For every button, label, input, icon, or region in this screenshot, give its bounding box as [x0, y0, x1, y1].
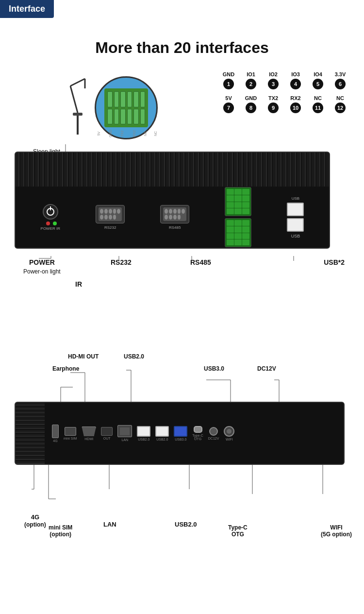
lan-inner — [120, 427, 130, 435]
device-front-2: 4G mini SIM HDMI OUT LAN — [45, 403, 344, 464]
lan-bottom-label: LAN — [103, 521, 116, 528]
db9-pin — [169, 209, 172, 214]
t-pin — [234, 195, 242, 201]
db9-pin — [182, 209, 185, 214]
power-port-label: POWER IR — [41, 226, 60, 231]
gpio-item-io1: IO1 2 — [242, 71, 260, 89]
db9-pin — [104, 209, 108, 214]
minisim-option-label: mini SIM(option) — [49, 524, 72, 538]
typec-bottom-label: Type-COTG — [228, 524, 248, 538]
gpio-label-io2: IO2 — [269, 71, 278, 77]
gpio-label-nc2: NC — [336, 95, 344, 101]
t-pin — [242, 208, 249, 214]
t-pin — [242, 239, 249, 245]
db9-pin — [104, 215, 108, 220]
gpio-num-9: 9 — [268, 102, 279, 113]
t-pin — [227, 233, 234, 239]
connector-lines-bottom-bottom — [15, 465, 354, 528]
t-pin — [227, 202, 234, 208]
power-icon — [47, 208, 54, 216]
wifi-bottom-label: WIFI(5G option) — [321, 524, 352, 538]
t-pin — [242, 233, 249, 239]
usb-top-label: USB — [292, 196, 299, 201]
gpio-num-1: 1 — [223, 79, 234, 89]
dc12v-label-top: DC12V — [257, 365, 276, 372]
terminal-blocks — [225, 187, 251, 247]
usb-port-2 — [287, 218, 304, 232]
rs232-label: RS232 — [111, 258, 132, 266]
t-pin — [227, 208, 234, 214]
gpio-vert-label-nc2: NC — [143, 131, 157, 136]
t-pin — [234, 189, 242, 195]
gpio-num-8: 8 — [246, 102, 256, 113]
t-pin — [242, 189, 249, 195]
usb30-label: USB3.0 — [175, 438, 186, 441]
gpio-label-33v: 3.3V — [335, 71, 346, 77]
typec-port — [194, 426, 202, 433]
gpio-item-5v: 5V 7 — [219, 95, 238, 113]
db9-pin — [165, 215, 168, 220]
svg-line-3 — [70, 79, 85, 86]
gpio-pin — [133, 91, 139, 107]
gpio-label-5v: 5V — [225, 95, 232, 101]
rs485-area: RS485 — [160, 205, 189, 230]
usb30-port — [174, 426, 187, 437]
power-area: POWER IR — [41, 204, 60, 231]
svg-rect-0 — [77, 115, 79, 135]
t-pin — [227, 239, 234, 245]
usb-group: USB USB — [287, 196, 304, 239]
db9-inner-2 — [163, 207, 186, 221]
t-pin — [234, 220, 242, 226]
out-area: OUT — [101, 427, 113, 440]
gpio-item-33v: 3.3V 6 — [331, 71, 349, 89]
t-pin — [234, 239, 242, 245]
gpio-label-nc: NC — [314, 95, 322, 101]
usb20-1-label: USB2.0 — [138, 438, 149, 441]
rs232-port-label: RS232 — [104, 225, 116, 230]
t-pin — [242, 202, 249, 208]
db9-pin — [173, 215, 177, 220]
terminal-block-top — [225, 187, 251, 216]
gpio-numbered: GND 1 IO1 2 IO2 3 IO3 4 IO4 5 3.3V 6 — [219, 71, 349, 119]
db9-inner — [99, 207, 122, 221]
usb2-label: USB*2 — [324, 258, 345, 266]
svg-rect-1 — [73, 113, 83, 116]
gpio-item-rx2: RX2 10 — [286, 95, 305, 113]
4g-slot — [52, 425, 59, 438]
hdmi-area: HDMI — [82, 426, 96, 441]
power-on-label: Power-on light — [23, 268, 61, 275]
gpio-item-io2: IO2 3 — [264, 71, 282, 89]
usb30-area: USB3.0 — [174, 426, 187, 441]
hdmi-port — [82, 426, 96, 436]
terminal-block-bottom — [225, 218, 251, 247]
gpio-pin — [114, 91, 119, 107]
dc12v-port — [209, 427, 218, 436]
bottom-device-box: 4G mini SIM HDMI OUT LAN — [15, 402, 345, 465]
gpio-label-tx2: TX2 — [268, 95, 278, 101]
db9-pin — [178, 209, 181, 214]
db9-pin — [178, 215, 181, 220]
dc12v-area: DC12V — [208, 427, 219, 440]
device-front: POWER IR RS2 — [16, 187, 329, 248]
usb20-port-1 — [137, 426, 150, 437]
db9-pin — [109, 209, 112, 214]
4g-slot-label: 4G — [53, 439, 57, 443]
usb20-port-2 — [155, 426, 169, 437]
db9-pin — [109, 215, 112, 220]
gpio-pin — [140, 91, 146, 107]
gpio-pin — [107, 91, 113, 107]
4g-option-label: 4G(option) — [24, 513, 46, 528]
t-pin — [242, 226, 249, 232]
gpio-label-rx2: RX2 — [290, 95, 300, 101]
db9-pin — [113, 209, 116, 214]
heatsink-top — [16, 153, 329, 187]
gpio-item-io4: IO4 5 — [309, 71, 327, 89]
rs232-area: RS232 — [96, 205, 125, 230]
bottom-device-section: HD-MI OUT USB2.0 Earphone USB3.0 DC12V 4… — [0, 348, 364, 533]
gpio-num-6: 6 — [335, 79, 346, 89]
db9-pin — [165, 209, 168, 214]
power-on-indicator — [53, 222, 57, 225]
wifi-port — [224, 426, 234, 437]
gpio-item-io3: IO3 4 — [286, 71, 305, 89]
db9-pin — [117, 209, 120, 214]
